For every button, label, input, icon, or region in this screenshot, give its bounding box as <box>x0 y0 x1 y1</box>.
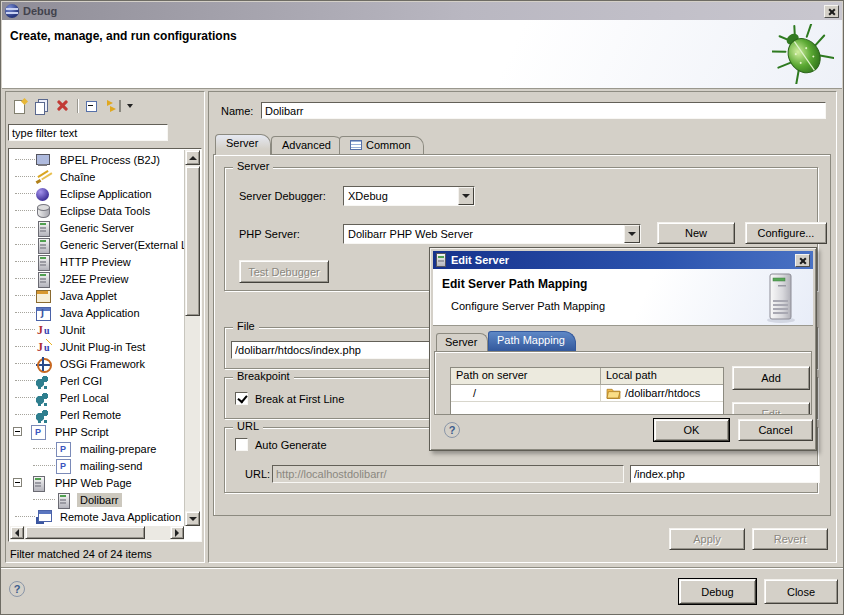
tree-connector <box>33 499 55 500</box>
add-mapping-button[interactable]: Add <box>732 366 810 390</box>
toolbar-menu-caret-icon[interactable] <box>127 104 133 108</box>
cancel-button[interactable]: Cancel <box>738 419 813 441</box>
tree-vertical-scrollbar[interactable] <box>184 150 200 526</box>
table-row[interactable]: / /dolibarr/htdocs <box>451 385 723 402</box>
tree-item-eclipse-data-tools[interactable]: Eclipse Data Tools <box>9 202 184 219</box>
scroll-down-icon[interactable] <box>185 511 200 526</box>
php-server-select[interactable]: Dolibarr PHP Web Server <box>343 224 641 244</box>
folder-icon <box>606 387 621 399</box>
tab-advanced[interactable]: Advanced <box>271 136 344 155</box>
tab-advanced-label: Advanced <box>282 139 331 151</box>
php-server-label: PHP Server: <box>239 228 300 240</box>
tree-item-eclipse-application[interactable]: Eclipse Application <box>9 185 184 202</box>
dialog-tab-server[interactable]: Server <box>436 333 488 351</box>
auto-generate-checkbox[interactable] <box>235 438 248 451</box>
url-path-input[interactable] <box>630 465 820 483</box>
tree-item-http-preview[interactable]: HTTP Preview <box>9 253 184 270</box>
base-url-input <box>272 465 624 483</box>
chevron-down-icon[interactable] <box>624 225 640 243</box>
tree-item-remote-java-application[interactable]: Remote Java Application <box>9 508 184 525</box>
tree-item-perl-remote[interactable]: Perl Remote <box>9 406 184 423</box>
tree-item-junit[interactable]: JUnit <box>9 321 184 338</box>
tree-horizontal-scrollbar[interactable] <box>10 526 184 540</box>
tree-item-j2ee-preview[interactable]: J2EE Preview <box>9 270 184 287</box>
column-local-path[interactable]: Local path <box>601 368 723 384</box>
scroll-right-icon[interactable] <box>170 526 184 539</box>
server-tower-icon <box>765 272 797 324</box>
tree-item-java-application[interactable]: Java Application <box>9 304 184 321</box>
break-first-line-label: Break at First Line <box>255 393 344 405</box>
tree-item-java-applet[interactable]: Java Applet <box>9 287 184 304</box>
edit-mapping-button[interactable]: Edit <box>732 402 810 415</box>
tree-item-mailing-send[interactable]: mailing-send <box>9 457 184 474</box>
tree-item-generic-server[interactable]: Generic Server <box>9 219 184 236</box>
tree-connector <box>15 397 35 398</box>
table-row-empty <box>451 402 723 415</box>
applet-icon <box>35 288 52 304</box>
sidebar-toolbar <box>8 94 202 118</box>
collapse-toggle-icon[interactable] <box>13 427 22 436</box>
vertical-scroll-thumb[interactable] <box>185 166 200 316</box>
tree-item-perl-cgi[interactable]: Perl CGI <box>9 372 184 389</box>
horizontal-scroll-thumb[interactable] <box>25 526 145 539</box>
configure-server-button[interactable]: Configure... <box>745 222 827 244</box>
delete-configuration-icon[interactable] <box>54 98 71 114</box>
test-debugger-label: Test Debugger <box>248 266 320 278</box>
scroll-left-icon[interactable] <box>10 526 24 539</box>
tree-item-php-web-page[interactable]: PHP Web Page <box>9 474 184 491</box>
scroll-up-icon[interactable] <box>185 150 200 165</box>
eclipse-logo-icon <box>5 4 19 18</box>
tree-connector <box>15 159 35 160</box>
tree-item-cha-ne[interactable]: Chaîne <box>9 168 184 185</box>
tree-item-perl-local[interactable]: Perl Local <box>9 389 184 406</box>
filter-launch-icon[interactable] <box>105 98 122 114</box>
collapse-toggle-icon[interactable] <box>13 478 22 487</box>
path-mapping-tab-content: Path on server Local path / /dolibarr/ht… <box>434 351 812 415</box>
tree-item-dolibarr[interactable]: Dolibarr <box>9 491 184 508</box>
server-icon <box>35 271 52 287</box>
column-path-on-server[interactable]: Path on server <box>451 368 601 384</box>
tree-item-bpel-process-b2j[interactable]: BPEL Process (B2J) <box>9 151 184 168</box>
footer-separator <box>1 567 843 569</box>
breakpoint-group-legend: Breakpoint <box>233 370 294 382</box>
duplicate-configuration-icon[interactable] <box>33 98 50 114</box>
dialog-help-icon[interactable]: ? <box>444 422 460 438</box>
server-debugger-label: Server Debugger: <box>239 190 326 202</box>
dialog-tab-path-mapping[interactable]: Path Mapping <box>488 331 576 351</box>
configure-button-label: Configure... <box>758 227 815 239</box>
collapse-all-icon[interactable] <box>84 98 101 114</box>
tree-connector <box>15 516 35 517</box>
tree-item-mailing-prepare[interactable]: mailing-prepare <box>9 440 184 457</box>
help-icon[interactable]: ? <box>9 581 25 597</box>
name-input[interactable] <box>261 102 826 119</box>
edit-server-close-button[interactable] <box>795 254 810 267</box>
tab-common[interactable]: Common <box>339 136 424 155</box>
chevron-down-icon[interactable] <box>458 187 474 205</box>
new-server-button[interactable]: New <box>657 222 735 244</box>
tree-item-osgi-framework[interactable]: OSGi Framework <box>9 355 184 372</box>
revert-button[interactable]: Revert <box>752 528 828 550</box>
edit-server-subheading: Configure Server Path Mapping <box>451 300 605 312</box>
tree-item-junit-plug-in-test[interactable]: JUnit Plug-in Test <box>9 338 184 355</box>
camel-icon <box>35 390 52 406</box>
break-first-line-checkbox[interactable] <box>235 392 248 405</box>
new-configuration-icon[interactable] <box>12 98 29 114</box>
filter-input[interactable] <box>8 124 168 141</box>
tree-item-generic-server-external-la[interactable]: Generic Server(External La <box>9 236 184 253</box>
configuration-tree: BPEL Process (B2J)ChaîneEclipse Applicat… <box>8 148 202 542</box>
window-close-button[interactable] <box>824 5 839 18</box>
tree-item-php-script[interactable]: PHP Script <box>9 423 184 440</box>
apply-button[interactable]: Apply <box>669 528 745 550</box>
debug-button[interactable]: Debug <box>679 579 756 604</box>
test-debugger-button[interactable]: Test Debugger <box>239 260 329 283</box>
path-mapping-table[interactable]: Path on server Local path / /dolibarr/ht… <box>450 367 724 415</box>
ok-button[interactable]: OK <box>654 419 729 441</box>
dialog-tab-server-label: Server <box>445 336 477 348</box>
ok-button-label: OK <box>684 424 700 436</box>
server-debugger-select[interactable]: XDebug <box>343 186 475 206</box>
tree-connector <box>15 380 35 381</box>
tab-server[interactable]: Server <box>215 134 271 155</box>
tree-item-label: Chaîne <box>57 170 98 184</box>
window-titlebar: Debug <box>2 2 842 20</box>
close-button[interactable]: Close <box>764 579 838 604</box>
